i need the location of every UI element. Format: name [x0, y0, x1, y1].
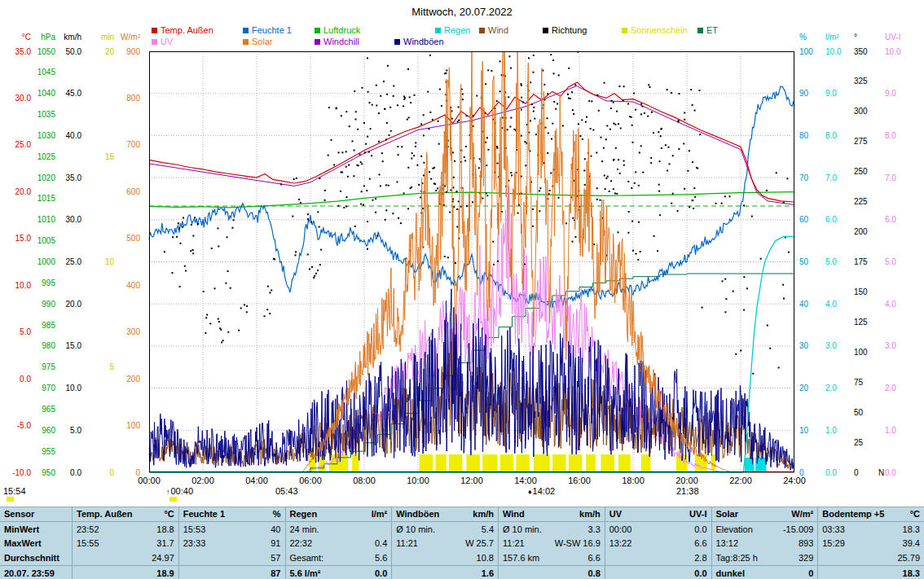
series-et: [149, 274, 794, 472]
stat-cell-value: W/m²: [791, 509, 813, 519]
x-tick-label: 04:00: [239, 476, 275, 485]
axis-tick-solar: 500: [103, 234, 140, 243]
axis-tick-uv: 10.0: [885, 47, 924, 56]
rise-set-annotation: 21:38: [676, 486, 699, 496]
stat-cell: 0.0: [605, 565, 711, 579]
legend-item-sonnenschein: Sonnenschein: [622, 25, 688, 35]
legend-label: Luftdruck: [323, 25, 360, 35]
axis-tick-pressure: 1035: [18, 110, 55, 119]
stat-cell-value: 3.3: [587, 524, 600, 534]
legend-swatch-icon: [152, 39, 157, 45]
stat-cell-value: 893: [799, 538, 813, 548]
legend-label: Windchill: [323, 37, 359, 46]
stat-cell-value: 0.0: [694, 524, 706, 534]
x-tick-label: 14:00: [508, 476, 543, 485]
stat-cell-left: dunkel: [716, 568, 745, 578]
stat-header-uv: UVUV-I: [605, 507, 711, 522]
stat-row-label: Durchschnitt: [0, 550, 72, 565]
stat-cell-left: Gesamt:: [290, 553, 324, 563]
stat-cell-left: 11:21: [503, 538, 525, 548]
series-regen: [149, 237, 794, 473]
axis-tick-uv: 0.0: [885, 468, 924, 477]
sunshine-marker-icon: [7, 497, 14, 502]
axis-tick-rain: 1.0: [825, 426, 865, 435]
axis-tick-wind: 10.0: [44, 384, 81, 393]
stat-cell: 15:5340: [178, 522, 285, 537]
stat-cell: 10.8: [391, 550, 498, 565]
stat-cell-value: W 25.7: [465, 538, 494, 548]
axis-tick-wind: 5.0: [44, 426, 81, 435]
series-windb-en: [149, 289, 794, 470]
legend-swatch-icon: [697, 28, 703, 33]
axis-tick-pressure: 1005: [18, 236, 55, 245]
rise-set-annotation: ♦14:02: [528, 486, 555, 496]
stat-cell-left: 15:29: [822, 538, 845, 548]
legend-label: Solar: [252, 37, 273, 46]
stat-cell-value: 329: [799, 553, 813, 563]
stat-cell-value: km/h: [579, 509, 601, 519]
axis-tick-dir: 25: [854, 438, 893, 447]
stat-cell-value: °C: [910, 509, 920, 519]
legend-swatch-icon: [622, 28, 627, 33]
series-uv: [149, 186, 794, 472]
stat-cell-left: Solar: [716, 509, 739, 519]
legend-swatch-icon: [315, 28, 320, 33]
stat-cell: 0.8: [498, 565, 605, 579]
axis-tick-sun: 10: [77, 257, 114, 266]
axis-tick-uv: 9.0: [885, 89, 924, 98]
stat-cell-value: 24.97: [152, 553, 174, 563]
legend-item-uv: UV: [152, 37, 173, 46]
stat-cell-value: 1.6: [482, 568, 494, 578]
stat-cell-left: Regen: [290, 509, 318, 519]
chart-title: Mittwoch, 20.07.2022: [0, 6, 924, 18]
axis-tick-dir: 50: [854, 408, 893, 417]
stat-cell-value: 0.0: [375, 568, 387, 578]
series-feuchte-1: [149, 86, 794, 308]
x-tick-label: 22:00: [723, 476, 759, 485]
stat-cell: Ø 10 min.3.3: [498, 522, 605, 537]
bars-regen-intervall: [745, 458, 766, 472]
stat-cell: 23:5218.8: [72, 522, 178, 537]
stat-cell-value: %: [273, 509, 281, 519]
stat-cell-left: 03:33: [822, 524, 845, 534]
x-tick-label: 20:00: [669, 476, 705, 485]
stat-cell-value: 87: [271, 568, 280, 578]
stat-cell-left: 15:55: [77, 538, 99, 548]
annotation-time: 05:43: [275, 486, 298, 496]
rise-set-annotation: 05:43: [275, 486, 298, 496]
x-tick-label: 00:00: [131, 476, 167, 485]
stat-cell-left: 22:32: [290, 538, 313, 548]
stat-cell: 15:2939.4: [817, 537, 924, 551]
stat-cell: 23:3391: [178, 537, 285, 551]
stat-cell-value: 18.8: [156, 524, 174, 534]
legend-swatch-icon: [315, 39, 320, 45]
legend-swatch-icon: [435, 28, 441, 33]
x-tick-label: 02:00: [185, 476, 221, 485]
stats-table: SensorTemp. Außen°CFeuchte 1%Regenl/m²Wi…: [0, 507, 924, 579]
stat-cell: 2.8: [605, 550, 711, 565]
stat-header-windb-en: Windböenkm/h: [391, 507, 498, 522]
legend-label: Regen: [444, 25, 470, 35]
axis-tick-pressure: 1045: [18, 68, 55, 77]
stat-cell-left: Windböen: [396, 509, 439, 519]
series-solar: [149, 51, 794, 472]
x-tick-label: 18:00: [615, 476, 651, 485]
axis-tick-pressure: 1025: [18, 152, 55, 161]
series-windchill: [149, 86, 794, 205]
stat-header-regen: Regenl/m²: [285, 507, 392, 522]
stat-header-temp-au-en: Temp. Außen°C: [72, 507, 178, 522]
axis-tick-solar: 600: [103, 187, 140, 196]
legend-item-temp-au-en: Temp. Außen: [152, 25, 213, 35]
legend-item-wind: Wind: [479, 25, 508, 35]
stat-cell-value: 39.4: [903, 538, 920, 548]
stat-cell-left: Feuchte 1: [183, 509, 225, 519]
scatter-richtung: [164, 51, 790, 375]
stat-cell: 87: [178, 565, 285, 579]
axis-tick-uv: 5.0: [885, 257, 924, 266]
stat-cell-left: 13:22: [609, 538, 632, 548]
stat-cell-left: 11:21: [396, 538, 418, 548]
stat-header-bodentemp-5: Bodentemp +5°C: [817, 507, 924, 522]
stat-cell: 1.6: [391, 565, 498, 579]
stat-cell-left: Bodentemp +5: [822, 509, 884, 519]
series-wind: [149, 333, 794, 468]
